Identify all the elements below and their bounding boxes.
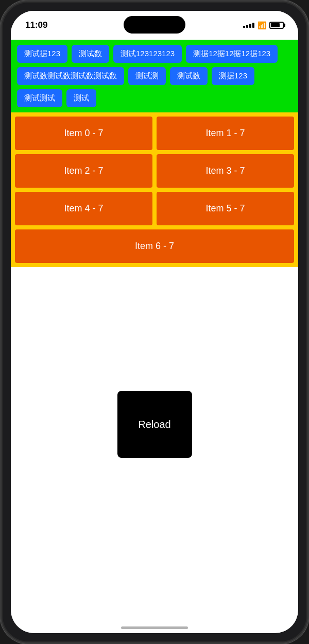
- wifi-icon: 📶: [258, 21, 266, 29]
- grid-container: Item 0 - 7 Item 1 - 7 Item 2 - 7 Item 3 …: [11, 112, 298, 267]
- tag-chip-3[interactable]: 测据12据12据12据123: [186, 45, 278, 63]
- status-icons: 📶: [243, 21, 284, 29]
- grid-item-5[interactable]: Item 5 - 7: [157, 192, 294, 225]
- home-indicator: [121, 626, 188, 629]
- tag-chip-7[interactable]: 测据123: [212, 67, 254, 85]
- grid-item-0[interactable]: Item 0 - 7: [15, 117, 152, 150]
- tag-chip-1[interactable]: 测试数: [72, 45, 109, 63]
- tag-section: 测试据123 测试数 测试123123123 测据12据12据12据123 测试…: [11, 40, 298, 112]
- tag-chip-6[interactable]: 测试数: [170, 67, 208, 85]
- tag-chip-5[interactable]: 测试测: [128, 67, 166, 85]
- tag-chip-2[interactable]: 测试123123123: [113, 45, 182, 63]
- status-time: 11:09: [25, 20, 47, 30]
- phone-screen: 11:09 📶 测试据123 测试数 测试123: [11, 11, 298, 633]
- status-bar: 11:09 📶: [11, 11, 298, 40]
- battery-icon: [269, 22, 284, 29]
- phone-frame: 11:09 📶 测试据123 测试数 测试123: [0, 0, 309, 644]
- tag-chip-8[interactable]: 测试测试: [17, 89, 62, 107]
- grid-section: Item 0 - 7 Item 1 - 7 Item 2 - 7 Item 3 …: [11, 112, 298, 267]
- grid-item-6[interactable]: Item 6 - 7: [15, 229, 294, 263]
- grid-item-1[interactable]: Item 1 - 7: [157, 117, 294, 150]
- tag-chip-4[interactable]: 测试数测试数测试数测试数: [17, 67, 124, 85]
- grid-item-4[interactable]: Item 4 - 7: [15, 192, 152, 225]
- screen-content[interactable]: 测试据123 测试数 测试123123123 测据12据12据12据123 测试…: [11, 40, 298, 633]
- tag-chip-0[interactable]: 测试据123: [17, 45, 67, 63]
- dynamic-island: [124, 16, 185, 34]
- bottom-white: [11, 489, 298, 571]
- white-space: [11, 267, 298, 370]
- tag-chip-9[interactable]: 测试: [66, 89, 96, 107]
- reload-button[interactable]: Reload: [117, 391, 192, 458]
- grid-item-2[interactable]: Item 2 - 7: [15, 154, 152, 188]
- reload-area: Reload: [11, 370, 298, 489]
- signal-dots-icon: [243, 23, 254, 28]
- grid-item-3[interactable]: Item 3 - 7: [157, 154, 294, 188]
